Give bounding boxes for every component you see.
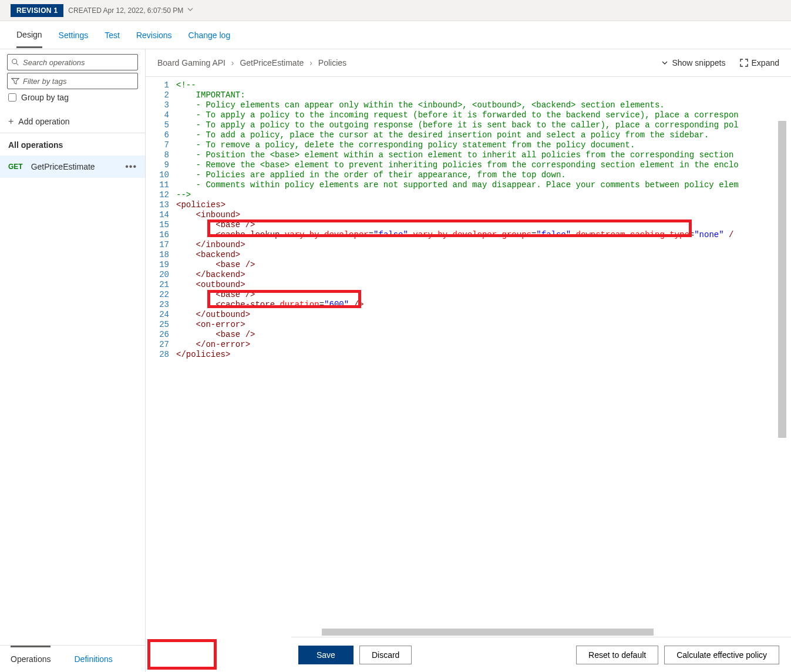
revision-bar: REVISION 1 CREATED Apr 12, 2022, 6:07:50… [0, 0, 791, 21]
code-line[interactable]: </backend> [176, 270, 791, 280]
save-button[interactable]: Save [298, 646, 354, 664]
code-line[interactable]: - Policy elements can appear only within… [176, 100, 791, 110]
breadcrumb-api[interactable]: Board Gaming API [157, 58, 225, 67]
code-line[interactable]: - Remove the <base> element to prevent i… [176, 160, 791, 170]
code-line[interactable]: <!-- [176, 80, 791, 90]
group-by-tag-checkbox[interactable] [8, 93, 16, 102]
code-line[interactable]: <on-error> [176, 320, 791, 330]
breadcrumb-policies: Policies [318, 58, 346, 67]
discard-button[interactable]: Discard [359, 646, 412, 664]
search-icon [11, 58, 19, 66]
operation-item[interactable]: GET GetPriceEstimate ••• [0, 156, 145, 178]
show-snippets[interactable]: Show snippets [661, 58, 725, 67]
code-line[interactable]: - Comments within policy elements are no… [176, 180, 791, 190]
tab-definitions[interactable]: Definitions [74, 654, 112, 664]
search-input[interactable] [23, 58, 134, 67]
revision-badge[interactable]: REVISION 1 [11, 4, 63, 17]
calculate-policy-button[interactable]: Calculate effective policy [664, 646, 779, 664]
left-bottom-tabs: Operations Definitions [0, 645, 145, 672]
code-line[interactable]: --> [176, 190, 791, 200]
code-line[interactable]: <base /> [176, 220, 791, 230]
all-operations-header[interactable]: All operations [0, 133, 145, 156]
line-gutter: 1234567891011121314151617181920212223242… [146, 77, 174, 672]
add-operation-label: Add operation [18, 117, 69, 126]
search-operations[interactable] [7, 54, 138, 70]
expand-icon [740, 59, 748, 67]
code-area[interactable]: <!-- IMPORTANT: - Policy elements can ap… [174, 77, 791, 672]
reset-button[interactable]: Reset to default [576, 646, 658, 664]
revision-created-label: CREATED Apr 12, 2022, 6:07:50 PM [68, 6, 183, 15]
code-line[interactable]: IMPORTANT: [176, 90, 791, 100]
code-line[interactable]: - To apply a policy to the outgoing resp… [176, 120, 791, 130]
code-line[interactable]: </on-error> [176, 340, 791, 350]
code-line[interactable]: <base /> [176, 290, 791, 300]
code-line[interactable]: <backend> [176, 250, 791, 260]
plus-icon: + [8, 116, 14, 127]
code-line[interactable]: <cache-store duration="600" /> [176, 300, 791, 310]
code-line[interactable]: - To add a policy, place the cursor at t… [176, 130, 791, 140]
operation-method: GET [8, 163, 23, 171]
code-line[interactable]: </policies> [176, 350, 791, 360]
tab-test[interactable]: Test [105, 23, 120, 47]
svg-line-1 [16, 63, 19, 66]
code-line[interactable]: - Position the <base> element within a s… [176, 150, 791, 160]
code-line[interactable]: <policies> [176, 200, 791, 210]
scrollbar-horizontal[interactable] [322, 629, 654, 636]
operation-name: GetPriceEstimate [31, 162, 95, 171]
filter-tags[interactable] [7, 73, 138, 89]
top-tabs: Design Settings Test Revisions Change lo… [0, 21, 791, 49]
code-line[interactable]: <base /> [176, 260, 791, 270]
breadcrumb: Board Gaming API › GetPriceEstimate › Po… [157, 58, 346, 67]
add-operation[interactable]: + Add operation [0, 110, 145, 133]
code-line[interactable]: - To remove a policy, delete the corresp… [176, 140, 791, 150]
tab-revisions[interactable]: Revisions [136, 23, 172, 47]
code-line[interactable]: </inbound> [176, 240, 791, 250]
left-panel: Group by tag + Add operation All operati… [0, 49, 146, 672]
chevron-down-icon[interactable] [187, 6, 194, 15]
tab-operations[interactable]: Operations [11, 646, 51, 664]
chevron-down-icon [661, 59, 668, 66]
code-line[interactable]: <outbound> [176, 280, 791, 290]
code-line[interactable]: - To apply a policy to the incoming requ… [176, 110, 791, 120]
expand[interactable]: Expand [740, 58, 779, 67]
tab-settings[interactable]: Settings [59, 23, 89, 47]
more-icon[interactable]: ••• [125, 161, 137, 172]
code-line[interactable]: </outbound> [176, 310, 791, 320]
code-line[interactable]: - Policies are applied in the order of t… [176, 170, 791, 180]
code-line[interactable]: <cache-lookup vary-by-developer="false" … [176, 230, 791, 240]
group-by-tag-label: Group by tag [21, 93, 69, 102]
group-by-tag[interactable]: Group by tag [8, 93, 137, 102]
tab-changelog[interactable]: Change log [189, 23, 231, 47]
code-line[interactable]: <base /> [176, 330, 791, 340]
bottom-bar: Save Discard Reset to default Calculate … [291, 637, 791, 672]
right-panel: Board Gaming API › GetPriceEstimate › Po… [146, 49, 791, 672]
scrollbar-vertical[interactable] [778, 121, 786, 438]
filter-input[interactable] [23, 77, 134, 86]
svg-point-0 [12, 59, 17, 64]
code-line[interactable]: <inbound> [176, 210, 791, 220]
breadcrumb-operation[interactable]: GetPriceEstimate [240, 58, 304, 67]
code-editor[interactable]: 1234567891011121314151617181920212223242… [146, 76, 791, 672]
tab-design[interactable]: Design [16, 23, 42, 48]
filter-icon [11, 77, 19, 85]
